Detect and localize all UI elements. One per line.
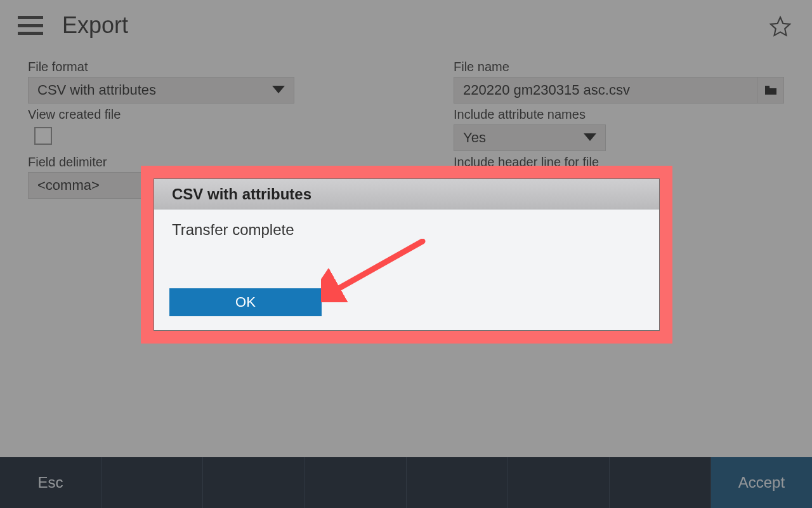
dialog-message: Transfer complete — [172, 221, 641, 239]
transfer-complete-dialog: CSV with attributes Transfer complete OK — [154, 178, 660, 331]
ok-button[interactable]: OK — [169, 288, 322, 316]
annotation-highlight-box: CSV with attributes Transfer complete OK — [141, 166, 672, 344]
dialog-title: CSV with attributes — [154, 179, 659, 210]
